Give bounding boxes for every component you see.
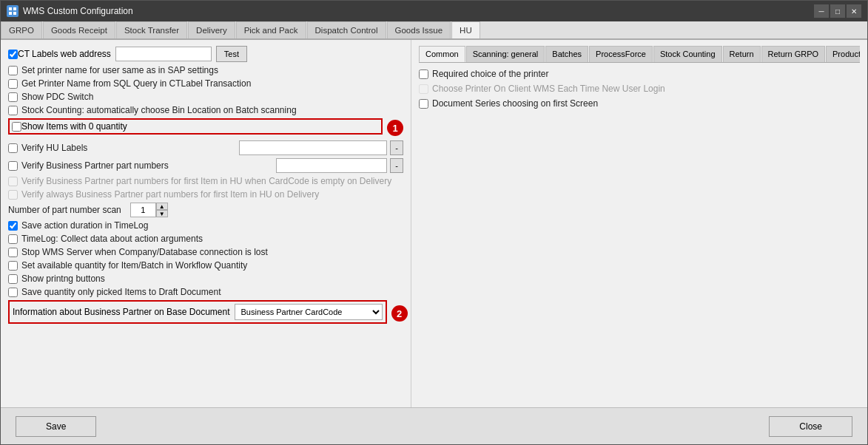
show-items-checkbox[interactable]	[12, 122, 21, 132]
stock-counting-row: Stock Counting: automatically choose Bin…	[8, 105, 403, 115]
required-printer-checkbox[interactable]	[419, 69, 428, 79]
spinbox-down[interactable]: ▼	[156, 210, 168, 217]
badge-1: 1	[387, 120, 403, 136]
stop-wms-label: Stop WMS Server when Company/Database co…	[21, 247, 268, 257]
right-tab-return-grpo[interactable]: Return GRPO	[761, 46, 825, 62]
right-tab-scanning[interactable]: Scanning: general	[466, 46, 545, 62]
stop-wms-checkbox[interactable]	[8, 248, 18, 257]
window-controls: ─ □ ✕	[814, 4, 861, 18]
save-quantity-checkbox[interactable]	[8, 288, 18, 297]
right-tab-batches[interactable]: Batches	[545, 46, 588, 62]
set-printer-checkbox[interactable]	[8, 66, 18, 75]
show-items-label: Show Items with 0 quantity	[21, 121, 127, 132]
right-tab-stock-counting[interactable]: Stock Counting	[653, 46, 722, 62]
svg-rect-3	[13, 12, 16, 15]
choose-printer-row: Choose Printer On Client WMS Each Time N…	[419, 84, 860, 94]
verify-bp-always-row: Verify always Business Partner part numb…	[8, 189, 403, 200]
svg-rect-0	[9, 7, 12, 10]
tab-goods-issue[interactable]: Goods Issue	[387, 21, 451, 38]
svg-rect-1	[13, 7, 16, 10]
verify-hu-btn[interactable]: -	[390, 140, 403, 155]
doc-series-checkbox[interactable]	[419, 99, 428, 109]
timelog-collect-row: TimeLog: Collect data about action argum…	[8, 234, 403, 244]
title-bar: WMS Custom Configuration ─ □ ✕	[1, 1, 867, 21]
tab-delivery[interactable]: Delivery	[188, 21, 235, 38]
show-printing-checkbox[interactable]	[8, 274, 18, 284]
get-printer-row: Get Printer Name from SQL Query in CTLab…	[8, 78, 403, 89]
required-printer-label: Required choice of the printer	[432, 69, 548, 79]
set-available-label: Set available quantity for Item/Batch in…	[21, 260, 247, 271]
stop-wms-row: Stop WMS Server when Company/Database co…	[8, 247, 403, 257]
right-tab-production[interactable]: Production	[826, 46, 860, 62]
set-available-row: Set available quantity for Item/Batch in…	[8, 260, 403, 271]
save-quantity-row: Save quantity only picked Items to Draft…	[8, 287, 403, 297]
stock-counting-checkbox[interactable]	[8, 106, 18, 115]
stock-counting-label: Stock Counting: automatically choose Bin…	[21, 105, 297, 115]
svg-rect-2	[9, 12, 12, 15]
tab-hu[interactable]: HU	[451, 21, 480, 40]
ct-labels-input[interactable]	[115, 47, 212, 61]
right-tab-bar: Common Scanning: general Batches Process…	[419, 46, 860, 63]
doc-series-row: Document Series choosing on first Screen	[419, 98, 860, 109]
verify-bp-btn[interactable]: -	[390, 158, 403, 173]
doc-series-label: Document Series choosing on first Screen	[432, 98, 598, 109]
minimize-button[interactable]: ─	[814, 4, 829, 18]
timelog-collect-checkbox[interactable]	[8, 234, 18, 244]
verify-bp-first-row: Verify Business Partner part numbers for…	[8, 176, 403, 186]
get-printer-checkbox[interactable]	[8, 79, 18, 89]
test-button[interactable]: Test	[216, 46, 247, 62]
bp-info-label: Information about Business Partner on Ba…	[13, 307, 230, 317]
set-printer-row: Set printer name for user same as in SAP…	[8, 65, 403, 75]
required-printer-row: Required choice of the printer	[419, 69, 860, 79]
set-available-checkbox[interactable]	[8, 261, 18, 271]
ct-labels-label: CT Labels web address	[18, 49, 111, 59]
choose-printer-label: Choose Printer On Client WMS Each Time N…	[432, 84, 665, 94]
tab-dispatch-control[interactable]: Dispatch Control	[307, 21, 386, 38]
left-panel: CT Labels web address Test Set printer n…	[1, 40, 411, 407]
tab-pick-and-pack[interactable]: Pick and Pack	[236, 21, 306, 38]
verify-bp-row: Verify Business Partner part numbers -	[8, 158, 403, 173]
part-number-scan-label: Number of part number scan	[8, 205, 121, 215]
tab-stock-transfer[interactable]: Stock Transfer	[116, 21, 187, 38]
verify-hu-row: Verify HU Labels -	[8, 140, 403, 155]
verify-bp-first-label: Verify Business Partner part numbers for…	[21, 176, 391, 186]
main-content: CT Labels web address Test Set printer n…	[1, 40, 867, 407]
footer: Save Close	[1, 407, 867, 444]
get-printer-label: Get Printer Name from SQL Query in CTLab…	[21, 78, 251, 89]
pdc-switch-row: Show PDC Switch	[8, 92, 403, 102]
show-printing-label: Show printng buttons	[21, 274, 105, 284]
show-items-highlighted: Show Items with 0 quantity	[8, 118, 383, 135]
bp-info-select[interactable]: Business Partner CardCode Business Partn…	[235, 304, 383, 320]
window-title: WMS Custom Configuration	[23, 6, 814, 16]
ct-labels-checkbox[interactable]	[8, 50, 18, 59]
show-printing-row: Show printng buttons	[8, 274, 403, 284]
choose-printer-checkbox	[419, 84, 428, 94]
verify-bp-input[interactable]	[276, 158, 387, 173]
verify-bp-checkbox[interactable]	[8, 161, 18, 171]
spinbox-up[interactable]: ▲	[156, 203, 168, 210]
tab-goods-receipt[interactable]: Goods Receipt	[43, 21, 115, 38]
close-button[interactable]: Close	[769, 416, 852, 437]
right-tab-return[interactable]: Return	[723, 46, 761, 62]
app-icon	[7, 5, 18, 17]
close-window-button[interactable]: ✕	[847, 4, 861, 18]
main-window: WMS Custom Configuration ─ □ ✕ GRPO Good…	[0, 0, 868, 445]
verify-hu-label: Verify HU Labels	[21, 143, 235, 153]
save-action-label: Save action duration in TimeLog	[21, 220, 148, 231]
maximize-button[interactable]: □	[830, 4, 845, 18]
pdc-switch-checkbox[interactable]	[8, 92, 18, 102]
right-tab-processforce[interactable]: ProcessForce	[589, 46, 653, 62]
badge-2: 2	[391, 305, 408, 322]
set-printer-label: Set printer name for user same as in SAP…	[21, 65, 218, 75]
save-action-checkbox[interactable]	[8, 221, 18, 231]
part-number-spinbox: ▲ ▼	[130, 203, 168, 217]
tab-grpo[interactable]: GRPO	[1, 21, 42, 38]
part-number-input[interactable]	[130, 203, 156, 217]
save-button[interactable]: Save	[16, 416, 96, 437]
timelog-collect-label: TimeLog: Collect data about action argum…	[21, 234, 203, 244]
right-tab-common[interactable]: Common	[419, 46, 465, 63]
pdc-switch-label: Show PDC Switch	[21, 92, 93, 102]
verify-hu-checkbox[interactable]	[8, 143, 18, 153]
right-panel: Common Scanning: general Batches Process…	[411, 40, 867, 407]
verify-hu-input[interactable]	[239, 140, 387, 155]
